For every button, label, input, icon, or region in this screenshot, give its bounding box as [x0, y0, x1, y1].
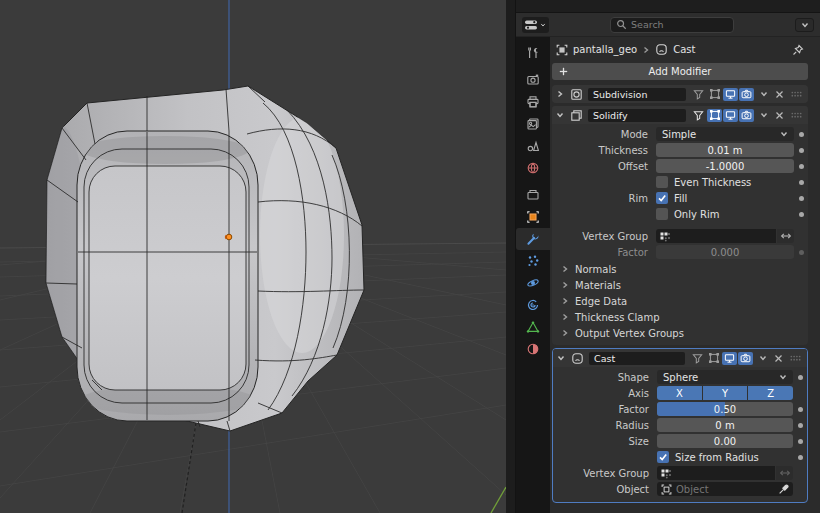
decorator-dot[interactable]: [794, 196, 808, 201]
radius-field[interactable]: 0 m: [657, 418, 793, 432]
edit-mode-display-toggle[interactable]: [706, 352, 721, 365]
size-field[interactable]: 0.00: [657, 434, 793, 448]
modifier-properties-main: pantalla_geo Cast Add Modifier Subdivisi: [550, 37, 820, 513]
tab-tool[interactable]: [516, 42, 550, 64]
thickness-field[interactable]: 0.01 m: [656, 143, 794, 157]
offset-field[interactable]: -1.0000: [656, 159, 794, 173]
render-display-toggle[interactable]: [739, 109, 754, 122]
chevron-right-icon: [561, 265, 569, 273]
close-icon[interactable]: [773, 111, 786, 120]
vertex-group-filter-toggle[interactable]: [691, 109, 706, 122]
decorator-dot[interactable]: [794, 250, 808, 255]
factor-slider[interactable]: 0.000: [656, 245, 794, 259]
tab-object-data[interactable]: [516, 316, 550, 338]
vertex-group-row: Vertex Group: [552, 229, 808, 243]
search-icon: [616, 19, 627, 30]
shape-dropdown[interactable]: Sphere: [657, 370, 793, 384]
tab-material[interactable]: [516, 338, 550, 360]
collapse-chevron-icon[interactable]: [557, 354, 568, 362]
edit-mode-display-toggle[interactable]: [707, 88, 722, 101]
decorator-dot[interactable]: [793, 455, 807, 460]
axis-z-button[interactable]: Z: [748, 386, 793, 400]
only-rim-checkbox[interactable]: [656, 208, 668, 220]
decorator-dot[interactable]: [794, 132, 808, 137]
decorator-dot[interactable]: [793, 423, 807, 428]
section-thickness-clamp[interactable]: Thickness Clamp: [552, 309, 808, 325]
close-icon[interactable]: [772, 354, 785, 363]
modifier-name-field[interactable]: Solidify: [588, 109, 686, 122]
breadcrumb-object[interactable]: pantalla_geo: [573, 44, 637, 55]
eyedropper-icon[interactable]: [778, 484, 789, 495]
tab-modifiers[interactable]: [516, 228, 550, 250]
mesh-object[interactable]: [32, 86, 364, 431]
mesh-data-triangle-icon: [526, 320, 540, 334]
size-from-radius-checkbox[interactable]: [657, 451, 669, 463]
decorator-dot[interactable]: [793, 439, 807, 444]
decorator-dot[interactable]: [794, 164, 808, 169]
decorator-dot[interactable]: [793, 375, 807, 380]
tab-scene[interactable]: [516, 135, 550, 157]
extras-chevron-icon[interactable]: [757, 111, 770, 119]
tab-view-layer[interactable]: [516, 113, 550, 135]
extras-chevron-icon[interactable]: [756, 354, 769, 362]
edit-mode-display-toggle[interactable]: [707, 109, 722, 122]
tab-constraints[interactable]: [516, 294, 550, 316]
factor-value: 0.50: [714, 404, 736, 415]
search-box[interactable]: [610, 17, 734, 33]
tab-render[interactable]: [516, 69, 550, 91]
add-modifier-button[interactable]: Add Modifier: [552, 63, 808, 80]
tab-output[interactable]: [516, 91, 550, 113]
modifier-name-field[interactable]: Cast: [589, 352, 685, 365]
tab-particles[interactable]: [516, 250, 550, 272]
viewport-display-toggle[interactable]: [722, 352, 737, 365]
section-materials[interactable]: Materials: [552, 277, 808, 293]
section-edge-data[interactable]: Edge Data: [552, 293, 808, 309]
vertex-group-filter-toggle[interactable]: [690, 352, 705, 365]
section-output-vertex-groups[interactable]: Output Vertex Groups: [552, 325, 808, 341]
editor-type-button[interactable]: [522, 17, 549, 33]
search-input[interactable]: [631, 19, 715, 30]
tab-collection[interactable]: [516, 184, 550, 206]
decorator-dot[interactable]: [794, 148, 808, 153]
render-display-toggle[interactable]: [738, 352, 753, 365]
extras-chevron-icon[interactable]: [757, 90, 770, 98]
fill-checkbox[interactable]: [656, 192, 668, 204]
collapse-chevron-icon[interactable]: [556, 111, 567, 119]
tab-world[interactable]: [516, 157, 550, 179]
even-thickness-checkbox[interactable]: [656, 176, 668, 188]
close-icon[interactable]: [773, 90, 786, 99]
factor-slider[interactable]: 0.50: [657, 402, 793, 416]
object-origin[interactable]: [226, 234, 232, 240]
tab-physics[interactable]: [516, 272, 550, 294]
axis-x-button[interactable]: X: [657, 386, 702, 400]
breadcrumb-active[interactable]: Cast: [673, 44, 695, 55]
vertex-group-filter-toggle[interactable]: [691, 88, 706, 101]
drag-grip-icon[interactable]: [789, 110, 804, 120]
3d-viewport[interactable]: [0, 0, 506, 513]
camera-icon: [740, 353, 751, 363]
modifier-name-field[interactable]: Subdivision: [588, 88, 686, 101]
decorator-dot[interactable]: [793, 407, 807, 412]
axis-y-button[interactable]: Y: [703, 386, 748, 400]
vertex-group-field[interactable]: [656, 229, 776, 243]
invert-vertex-group-button[interactable]: [777, 229, 794, 243]
tab-object[interactable]: [516, 206, 550, 228]
drag-grip-icon[interactable]: [789, 89, 804, 99]
expand-chevron-icon[interactable]: [556, 90, 567, 98]
vertex-group-field[interactable]: [657, 466, 775, 480]
scene-icon: [526, 139, 540, 153]
header-options-button[interactable]: [795, 18, 814, 32]
mode-dropdown[interactable]: Simple: [656, 127, 794, 141]
decorator-dot[interactable]: [794, 212, 808, 217]
viewport-display-toggle[interactable]: [723, 109, 738, 122]
render-display-toggle[interactable]: [739, 88, 754, 101]
decorator-dot[interactable]: [794, 180, 808, 185]
section-normals[interactable]: Normals: [552, 261, 808, 277]
region-divider[interactable]: [506, 0, 516, 513]
object-field[interactable]: Object: [657, 482, 793, 496]
factor-value: 0.000: [711, 247, 740, 258]
invert-vertex-group-button[interactable]: [776, 466, 793, 480]
drag-grip-icon[interactable]: [788, 353, 803, 363]
pin-icon[interactable]: [792, 44, 804, 56]
viewport-display-toggle[interactable]: [723, 88, 738, 101]
